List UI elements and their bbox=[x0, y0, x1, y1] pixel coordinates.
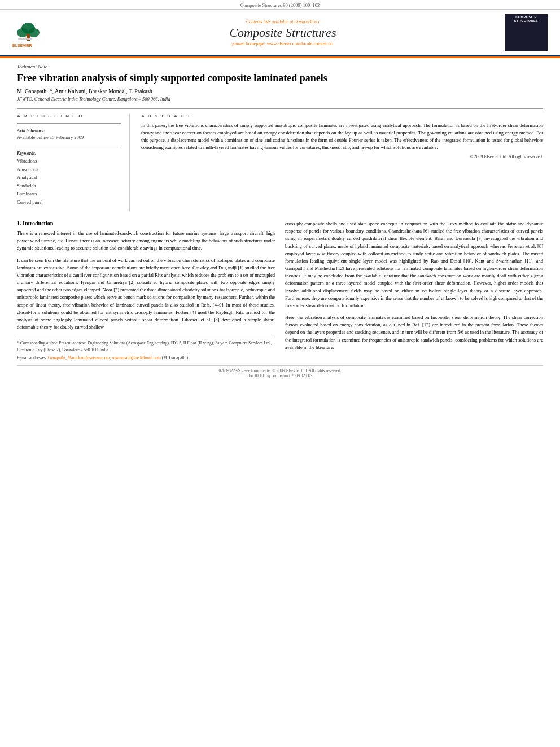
divider-keywords bbox=[17, 146, 121, 146]
sd-prefix-text: Contents lists available at bbox=[246, 19, 294, 24]
keyword-sandwich: Sandwich bbox=[17, 182, 121, 190]
article-title: Free vibration analysis of simply suppor… bbox=[17, 72, 543, 85]
homepage-url[interactable]: www.elsevier.com/locate/compstruct bbox=[267, 41, 334, 46]
doi-text: doi:10.1016/j.compstruct.2009.02.003 bbox=[17, 373, 543, 378]
article-info-column: A R T I C L E I N F O Article history: A… bbox=[17, 113, 130, 212]
email-note: E-mail addresses: Ganapathi_Manickam@sat… bbox=[17, 355, 275, 361]
authors-text: M. Ganapathi *, Amit Kalyani, Bhaskar Mo… bbox=[17, 88, 152, 94]
available-online: Available online 15 February 2009 bbox=[17, 134, 121, 140]
keyword-vibrations: Vibrations bbox=[17, 157, 121, 165]
svg-rect-5 bbox=[18, 38, 32, 40]
authors: M. Ganapathi *, Amit Kalyani, Bhaskar Mo… bbox=[17, 88, 543, 94]
corresponding-author-text: * Corresponding author. Present address:… bbox=[17, 340, 272, 352]
section1-title: Introduction bbox=[23, 220, 53, 226]
citation-text: Composite Structures 90 (2009) 100–103 bbox=[240, 2, 320, 8]
footnotes: * Corresponding author. Present address:… bbox=[17, 337, 275, 361]
article-type: Technical Note bbox=[17, 64, 543, 69]
intro-para-2: It can be seen from the literature that … bbox=[17, 257, 275, 331]
abstract-text: In this paper, the free vibrations chara… bbox=[141, 122, 543, 151]
keyword-analytical: Analytical bbox=[17, 173, 121, 181]
keyword-anisotropic: Anisotropic bbox=[17, 165, 121, 173]
journal-citation: Composite Structures 90 (2009) 100–103 bbox=[0, 0, 560, 10]
right-para-2: Here, the vibration analysis of composit… bbox=[285, 314, 543, 351]
cs-logo-text: COMPOSITE STRUCTURES bbox=[505, 14, 548, 24]
sciencedirect-line: Contents lists available at ScienceDirec… bbox=[68, 19, 498, 24]
homepage-prefix: journal homepage: bbox=[232, 41, 267, 46]
journal-homepage-line: journal homepage: www.elsevier.com/locat… bbox=[68, 41, 498, 46]
intro-para-1: There is a renewed interest in the use o… bbox=[17, 230, 275, 252]
journal-title: Composite Structures bbox=[68, 25, 498, 40]
journal-header: ELSEVIER Contents lists available at Sci… bbox=[0, 10, 560, 56]
elsevier-logo: ELSEVIER bbox=[11, 17, 59, 48]
keyword-curved-panel: Curved panel bbox=[17, 198, 121, 206]
email1[interactable]: Ganapathi_Manickam@satyam.com bbox=[48, 355, 110, 360]
article-info-label: A R T I C L E I N F O bbox=[17, 113, 121, 119]
history-label: Article history: bbox=[17, 128, 121, 133]
keyword-laminates: Laminates bbox=[17, 190, 121, 198]
email-suffix: (M. Ganapathi). bbox=[161, 355, 189, 360]
issn-text: 0263-8223/$ – see front matter © 2009 El… bbox=[17, 368, 543, 373]
divider-1 bbox=[17, 108, 543, 109]
body-right-column: cross-ply composite shells and used stat… bbox=[285, 220, 543, 361]
body-left-column: 1. Introduction There is a renewed inter… bbox=[17, 220, 275, 361]
affiliation: JFWTC, General Electric India Technology… bbox=[17, 96, 543, 102]
abstract-column: A B S T R A C T In this paper, the free … bbox=[141, 113, 543, 212]
divider-info bbox=[17, 123, 121, 124]
journal-center-info: Contents lists available at ScienceDirec… bbox=[68, 19, 498, 46]
article-history-block: Article history: Available online 15 Feb… bbox=[17, 128, 121, 140]
cs-logo-area: COMPOSITE STRUCTURES bbox=[504, 14, 549, 51]
abstract-label: A B S T R A C T bbox=[141, 113, 543, 119]
section1-heading: 1. Introduction bbox=[17, 220, 275, 226]
cs-logo: COMPOSITE STRUCTURES bbox=[505, 14, 548, 51]
keywords-list: Vibrations Anisotropic Analytical Sandwi… bbox=[17, 157, 121, 206]
email-label: E-mail addresses: bbox=[17, 355, 48, 360]
email2[interactable]: mganapathi@rediffmail.com bbox=[112, 355, 161, 360]
article-content: Technical Note Free vibration analysis o… bbox=[0, 58, 560, 390]
copyright-text: © 2009 Elsevier Ltd. All rights reserved… bbox=[141, 154, 543, 159]
svg-text:ELSEVIER: ELSEVIER bbox=[12, 43, 32, 47]
corresponding-author-note: * Corresponding author. Present address:… bbox=[17, 340, 275, 353]
right-para-1: cross-ply composite shells and used stat… bbox=[285, 220, 543, 309]
page-footer: 0263-8223/$ – see front matter © 2009 El… bbox=[17, 365, 543, 378]
info-abstract-section: A R T I C L E I N F O Article history: A… bbox=[17, 113, 543, 212]
sciencedirect-link-text[interactable]: ScienceDirect bbox=[294, 19, 320, 24]
keywords-label: Keywords: bbox=[17, 151, 121, 156]
section1-number: 1. bbox=[17, 220, 21, 226]
keywords-block: Keywords: Vibrations Anisotropic Analyti… bbox=[17, 151, 121, 206]
body-section: 1. Introduction There is a renewed inter… bbox=[17, 220, 543, 361]
elsevier-logo-area: ELSEVIER bbox=[11, 17, 62, 48]
